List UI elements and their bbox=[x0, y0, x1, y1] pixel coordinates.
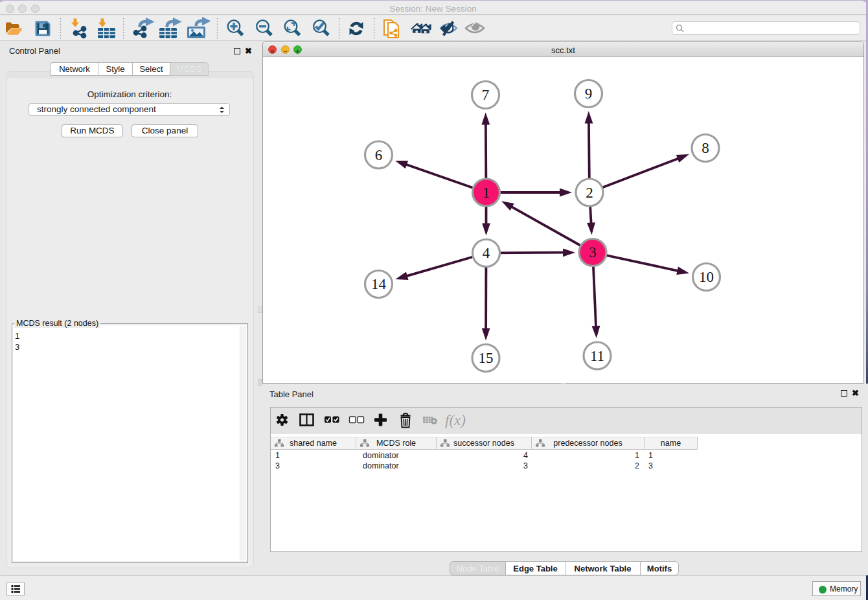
svg-text:15: 15 bbox=[479, 350, 494, 366]
svg-text:9: 9 bbox=[585, 86, 593, 102]
svg-text:7: 7 bbox=[482, 87, 490, 103]
svg-text:6: 6 bbox=[375, 147, 383, 163]
svg-text:10: 10 bbox=[699, 269, 714, 285]
svg-text:2: 2 bbox=[586, 185, 593, 201]
svg-text:3: 3 bbox=[589, 244, 597, 260]
svg-text:f(x): f(x) bbox=[445, 412, 466, 428]
svg-text:1: 1 bbox=[483, 185, 490, 201]
svg-text:8: 8 bbox=[702, 140, 709, 156]
svg-text:4: 4 bbox=[483, 245, 490, 261]
svg-text:11: 11 bbox=[590, 348, 604, 364]
svg-text:14: 14 bbox=[371, 276, 387, 292]
